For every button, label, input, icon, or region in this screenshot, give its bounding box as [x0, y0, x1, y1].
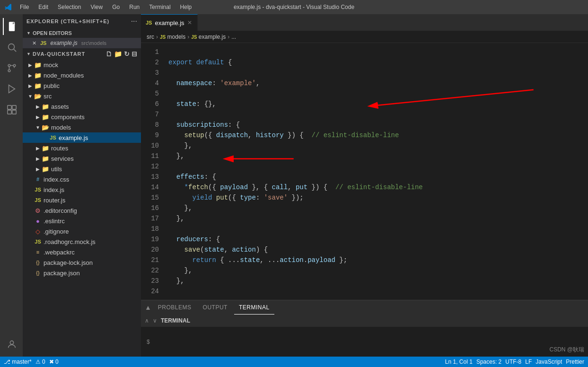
menu-terminal[interactable]: Terminal	[145, 3, 174, 11]
folder-public[interactable]: ▶ 📁 public	[23, 80, 141, 91]
menu-run[interactable]: Run	[125, 3, 143, 11]
accounts-activity-icon[interactable]	[3, 336, 20, 353]
file-index-js-icon: JS	[34, 186, 42, 193]
file-package-json[interactable]: {} package.json	[23, 268, 141, 278]
editor-area: JS example.js ✕ src › JS models › JS exa…	[141, 14, 588, 357]
terminal-collapse-icon[interactable]: ∨	[153, 317, 157, 324]
folder-assets[interactable]: ▶ 📁 assets	[23, 101, 141, 112]
menu-view[interactable]: View	[87, 3, 106, 11]
tab-js-icon: JS	[146, 20, 152, 26]
menu-help[interactable]: Help	[176, 3, 196, 11]
code-line-6: state: {},	[168, 99, 588, 109]
svg-marker-6	[9, 85, 15, 93]
status-bar-left: ⎇ master* ⚠ 0 ✖ 0	[4, 358, 59, 365]
menu-file[interactable]: File	[16, 3, 33, 11]
source-control-activity-icon[interactable]	[3, 60, 20, 77]
terminal-expand-icon[interactable]: ∧	[145, 317, 149, 324]
tab-example-js[interactable]: JS example.js ✕	[141, 14, 198, 31]
search-activity-icon[interactable]	[3, 39, 20, 56]
tab-label: example.js	[155, 19, 184, 26]
terminal-content[interactable]: $	[141, 327, 588, 357]
open-editor-example-js[interactable]: ✕ JS example.js src\models	[23, 38, 141, 48]
status-language[interactable]: JavaScript	[535, 358, 562, 365]
folder-models[interactable]: ▼ 📂 models	[23, 122, 141, 132]
menu-bar: File Edit Selection View Go Run Terminal…	[16, 3, 195, 11]
sidebar-more-icon[interactable]: ···	[131, 17, 137, 26]
code-line-9: setup({ dispatch, history }) { // eslint…	[168, 130, 588, 140]
title-bar: File Edit Selection View Go Run Terminal…	[0, 0, 588, 14]
folder-routes-icon: 📁	[42, 144, 49, 152]
status-eol[interactable]: LF	[525, 358, 532, 365]
menu-go[interactable]: Go	[108, 3, 123, 11]
open-editors-section[interactable]: ▼ Open Editors	[23, 28, 141, 38]
status-errors[interactable]: ⚠ 0	[35, 358, 45, 365]
file-webpackrc[interactable]: ≡ .webpackrc	[23, 247, 141, 257]
status-formatter[interactable]: Prettier	[566, 358, 584, 365]
panel-expand-icon[interactable]: ▲	[145, 304, 151, 311]
window-title: example.js - dva-quickstart - Visual Stu…	[234, 4, 354, 10]
folder-services[interactable]: ▶ 📁 services	[23, 153, 141, 164]
file-roadhogrc-label: .roadhogrc.mock.js	[44, 238, 96, 245]
status-encoding[interactable]: UTF-8	[505, 358, 521, 365]
menu-edit[interactable]: Edit	[35, 3, 52, 11]
watermark: CSDN @耿瑞	[549, 346, 584, 354]
menu-selection[interactable]: Selection	[54, 3, 85, 11]
code-line-2: export default {	[168, 57, 588, 68]
project-name: DVA-QUICKSTART	[33, 51, 85, 57]
file-index-js[interactable]: JS index.js	[23, 184, 141, 195]
file-index-css-label: index.css	[44, 176, 69, 183]
code-line-13: effects: {	[168, 172, 588, 182]
folder-node-modules[interactable]: ▶ 📁 node_modules	[23, 70, 141, 80]
breadcrumb-models: JS models	[160, 34, 185, 40]
file-editorconfig[interactable]: ⚙ .editorconfig	[23, 205, 141, 216]
file-eslintrc-label: .eslintrc	[44, 218, 65, 225]
file-roadhogrc[interactable]: JS .roadhogrc.mock.js	[23, 236, 141, 247]
file-index-js-label: index.js	[44, 186, 64, 193]
status-spaces[interactable]: Spaces: 2	[476, 358, 501, 365]
status-branch[interactable]: ⎇ master*	[4, 358, 32, 365]
tab-close-button[interactable]: ✕	[187, 19, 192, 26]
status-ln-col[interactable]: Ln 1, Col 1	[445, 358, 473, 365]
code-editor[interactable]: 12345 678910 1112131415 1617181920 21222…	[141, 43, 588, 300]
code-line-16: },	[168, 203, 588, 213]
folder-components-icon: 📁	[42, 113, 49, 121]
collapse-icon[interactable]: ⊟	[132, 50, 137, 58]
code-line-8: subscriptions: {	[168, 120, 588, 130]
file-router-js[interactable]: JS router.js	[23, 195, 141, 205]
folder-src-label: src	[44, 93, 52, 100]
file-webpackrc-label: .webpackrc	[44, 249, 75, 256]
tab-output[interactable]: OUTPUT	[198, 300, 232, 315]
new-folder-icon[interactable]: 📁	[114, 50, 122, 58]
file-gitignore[interactable]: ◇ .gitignore	[23, 226, 141, 236]
breadcrumb-sep3: ›	[228, 34, 229, 40]
extensions-activity-icon[interactable]	[3, 101, 20, 118]
file-index-css[interactable]: # index.css	[23, 174, 141, 184]
file-eslintrc-icon: ●	[34, 217, 42, 225]
folder-src[interactable]: ▼ 📂 src	[23, 91, 141, 101]
run-activity-icon[interactable]	[3, 80, 20, 97]
svg-rect-10	[12, 110, 16, 114]
file-example-js-icon: JS	[49, 134, 57, 141]
folder-mock[interactable]: ▶ 📁 mock	[23, 60, 141, 70]
status-bar: ⎇ master* ⚠ 0 ✖ 0 Ln 1, Col 1 Spaces: 2 …	[0, 357, 588, 367]
project-section[interactable]: ▼ DVA-QUICKSTART 🗋 📁 ↻ ⊟	[23, 48, 141, 60]
folder-components[interactable]: ▶ 📁 components	[23, 112, 141, 122]
svg-line-2	[14, 49, 16, 52]
file-gitignore-label: .gitignore	[44, 228, 69, 235]
new-file-icon[interactable]: 🗋	[105, 50, 112, 58]
file-package-lock-json[interactable]: {} package-lock.json	[23, 257, 141, 268]
tab-problems[interactable]: PROBLEMS	[153, 300, 196, 315]
folder-utils[interactable]: ▶ 📁 utils	[23, 164, 141, 174]
file-example-js[interactable]: JS example.js	[23, 132, 141, 143]
status-warnings[interactable]: ✖ 0	[49, 358, 59, 365]
file-index-css-icon: #	[34, 175, 42, 183]
folder-routes-label: routes	[51, 145, 68, 152]
refresh-icon[interactable]: ↻	[124, 50, 130, 58]
explorer-activity-icon[interactable]	[3, 18, 20, 35]
folder-routes[interactable]: ▶ 📁 routes	[23, 143, 141, 153]
file-eslintrc[interactable]: ● .eslintrc	[23, 216, 141, 226]
line-numbers: 12345 678910 1112131415 1617181920 21222…	[141, 43, 165, 300]
code-line-17: },	[168, 213, 588, 224]
tab-terminal[interactable]: TERMINAL	[234, 300, 274, 315]
file-editorconfig-label: .editorconfig	[44, 207, 77, 214]
